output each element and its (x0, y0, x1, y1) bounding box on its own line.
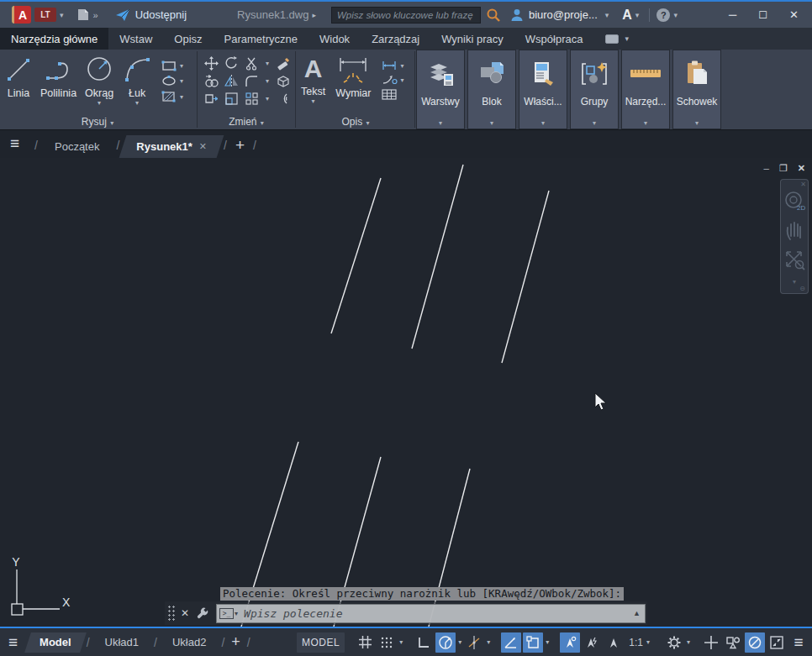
command-input-field[interactable]: >_ ▾ ▲ (216, 604, 646, 623)
explode-icon[interactable] (276, 74, 290, 88)
linia-button[interactable]: Linia (0, 53, 37, 101)
viewport-restore-icon[interactable]: ❐ (779, 163, 788, 174)
panel-expand[interactable]: ▾ (468, 119, 515, 129)
annotation-scale-button[interactable] (604, 632, 624, 653)
pan-hand-icon[interactable] (784, 219, 804, 241)
chevron-down-icon[interactable]: ▾ (673, 11, 678, 19)
okrag-split-button[interactable]: Okrąg ▾ (80, 53, 119, 108)
panel-rysuj-label[interactable]: Rysuj ▾ (0, 116, 196, 128)
file-tabs-menu-icon[interactable]: ≡ (10, 134, 19, 153)
command-prompt-icon[interactable]: >_ (219, 608, 234, 619)
chevron-down-icon[interactable]: ▾ (60, 11, 64, 19)
search-input[interactable] (331, 7, 481, 24)
tab-rysunek1[interactable]: Rysunek1* ✕ (123, 135, 220, 158)
leader-button[interactable]: ▾ (381, 74, 404, 86)
ribbon-tab-parametryczne[interactable]: Parametryczne (214, 28, 308, 50)
window-maximize-button[interactable]: ☐ (758, 9, 767, 21)
rotate-icon[interactable] (224, 56, 239, 71)
panel-expand[interactable]: ▾ (622, 119, 669, 129)
scale-icon[interactable] (224, 92, 239, 106)
copy-icon[interactable] (204, 74, 219, 88)
polar-tracking-toggle[interactable] (435, 632, 456, 653)
fillet-icon[interactable] (245, 74, 259, 88)
rectangle-button[interactable]: ▾ (161, 60, 184, 72)
table-button[interactable] (381, 88, 404, 101)
new-layout-button[interactable]: + (231, 633, 240, 651)
zoom-extents-icon[interactable] (783, 249, 805, 270)
caret-right-icon[interactable]: ▸ (312, 11, 316, 19)
chevron-down-icon[interactable]: ▾ (686, 638, 691, 646)
customize-wrench-icon[interactable] (196, 606, 209, 620)
ribbon-tab-opisz[interactable]: Opisz (163, 28, 213, 50)
chevron-down-icon[interactable]: ▾ (486, 638, 491, 646)
command-expand-icon[interactable]: ▲ (633, 609, 641, 617)
ribbon-tab-wspolpraca[interactable]: Współpraca (514, 28, 594, 50)
tab-poczatek[interactable]: Początek (41, 135, 113, 158)
command-bar-grip[interactable] (167, 605, 176, 622)
panel-wlasciwosci[interactable]: Właści... ▾ (519, 50, 567, 129)
polilinia-button[interactable]: Polilinia (37, 53, 80, 101)
command-input[interactable] (239, 607, 633, 620)
ribbon-tab-narzedzia-glowne[interactable]: Narzędzia główne (0, 28, 108, 50)
cad-line[interactable] (502, 191, 549, 363)
wymiar-button[interactable]: Wymiar (332, 53, 374, 101)
panel-blok[interactable]: Blok ▾ (467, 50, 516, 129)
tab-close-icon[interactable]: ✕ (199, 141, 207, 152)
object-snap-toggle[interactable] (523, 632, 543, 653)
panel-expand[interactable]: ▾ (571, 119, 618, 129)
panel-zmien-label[interactable]: Zmień ▾ (199, 116, 294, 128)
linear-dimension-button[interactable]: ▾ (381, 60, 404, 71)
ribbon-tab-wyniki-pracy[interactable]: Wyniki pracy (430, 28, 514, 50)
tekst-split-button[interactable]: A Tekst ▾ (298, 53, 329, 107)
isolate-objects-button[interactable] (723, 632, 743, 653)
autocad-logo-icon[interactable]: A (12, 6, 31, 24)
hardware-acceleration-toggle[interactable] (745, 632, 765, 653)
new-file-icon[interactable] (76, 8, 90, 22)
luk-split-button[interactable]: Łuk ▾ (119, 53, 156, 108)
isodraft-toggle[interactable] (464, 632, 484, 653)
chevrons-right-icon[interactable]: » (93, 10, 98, 20)
annotation-visibility-toggle[interactable] (560, 632, 580, 653)
help-button[interactable]: ? (656, 8, 670, 22)
autodesk-a-logo[interactable]: A (622, 8, 632, 23)
model-tab[interactable]: Model (28, 632, 83, 653)
panel-expand[interactable]: ▾ (673, 119, 720, 129)
layout1-tab[interactable]: Układ1 (93, 632, 150, 653)
ortho-toggle[interactable] (414, 632, 434, 653)
grid-toggle[interactable] (355, 632, 375, 653)
erase-icon[interactable] (276, 56, 290, 71)
panel-grupy[interactable]: Grupy ▾ (570, 50, 619, 129)
ribbon-tab-zarzadzaj[interactable]: Zarządzaj (361, 28, 430, 50)
workspace-gear-button[interactable] (664, 632, 684, 653)
panel-schowek[interactable]: Schowek ▾ (672, 50, 721, 129)
model-space[interactable]: Y X (0, 158, 812, 627)
hatch-button[interactable]: ▾ (161, 90, 184, 103)
panel-expand[interactable]: ▾ (519, 119, 567, 129)
mirror-icon[interactable] (224, 74, 239, 88)
stretch-icon[interactable] (204, 92, 219, 106)
ellipse-button[interactable]: ▾ (161, 75, 184, 87)
annotation-autoscale-toggle[interactable] (582, 632, 602, 653)
panel-expand[interactable]: ▾ (417, 119, 464, 129)
account-menu[interactable]: biuro@proje... ▾ (509, 8, 612, 23)
object-snap-tracking-toggle[interactable] (501, 632, 521, 653)
crosshair-button[interactable] (701, 632, 721, 653)
chevron-down-icon[interactable]: ▾ (635, 11, 640, 19)
window-close-button[interactable]: ✕ (789, 8, 799, 21)
scale-selector[interactable]: 1:1 ▾ (625, 632, 654, 653)
panel-narzedzia[interactable]: Narzęd... ▾ (621, 50, 670, 129)
snap-toggle[interactable] (377, 632, 397, 653)
move-icon[interactable] (204, 56, 219, 71)
navbar-options-icon[interactable]: ⊖ (799, 285, 805, 292)
layout-menu-icon[interactable]: ≡ (8, 633, 18, 652)
chevron-down-icon[interactable]: ▾ (398, 638, 403, 646)
search-icon[interactable] (486, 8, 501, 23)
trim-icon[interactable] (245, 56, 259, 71)
model-space-toggle[interactable]: MODEL (297, 632, 345, 653)
ribbon-tab-wstaw[interactable]: Wstaw (108, 28, 163, 50)
share-button[interactable]: Udostępnij (115, 8, 187, 22)
clean-screen-button[interactable] (767, 632, 787, 653)
command-bar[interactable]: ✕ >_ ▾ ▲ (165, 601, 647, 625)
panel-opis-label[interactable]: Opis ▾ (298, 116, 414, 128)
viewport-minimize-icon[interactable]: ─ (764, 165, 769, 173)
